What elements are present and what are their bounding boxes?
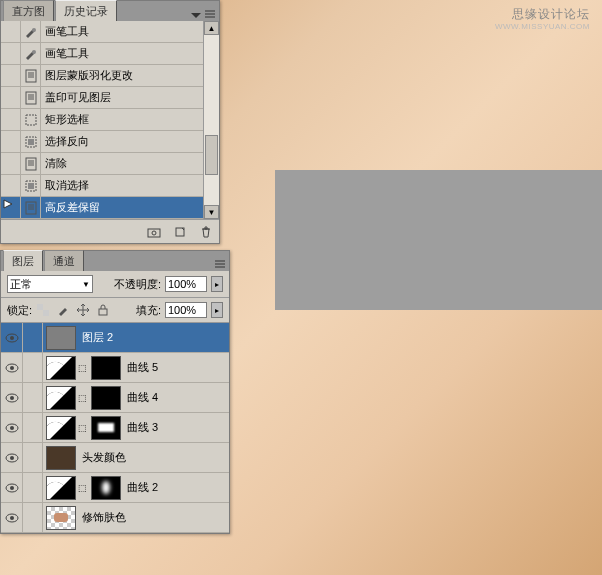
visibility-toggle[interactable] (1, 443, 23, 472)
history-source-col[interactable] (1, 65, 21, 86)
panel-menu-lines-icon[interactable] (203, 7, 217, 21)
layer-mask-thumb[interactable] (91, 356, 121, 380)
layer-mask-thumb[interactable] (91, 416, 121, 440)
visibility-toggle[interactable] (1, 353, 23, 382)
lock-all-icon[interactable] (96, 303, 110, 317)
fill-arrow-icon[interactable]: ▸ (211, 302, 223, 318)
lock-brush-icon[interactable] (56, 303, 70, 317)
history-icon-col (21, 131, 41, 152)
layer-row[interactable]: 修饰肤色 (1, 503, 229, 533)
link-col[interactable] (23, 473, 43, 502)
history-source-col[interactable] (1, 153, 21, 174)
layer-thumb[interactable] (46, 416, 76, 440)
eye-icon (5, 423, 19, 433)
history-icon-col (21, 197, 41, 218)
link-col[interactable] (23, 353, 43, 382)
visibility-toggle[interactable] (1, 503, 23, 532)
layer-row[interactable]: 图层 2 (1, 323, 229, 353)
lock-transparency-icon[interactable] (36, 303, 50, 317)
watermark: 思缘设计论坛 (512, 6, 590, 23)
layer-thumb[interactable] (46, 326, 76, 350)
history-item[interactable]: 图层蒙版羽化更改 (1, 65, 219, 87)
layer-row[interactable]: ⬚ 曲线 5 (1, 353, 229, 383)
lock-label: 锁定: (7, 303, 32, 318)
tab-channels[interactable]: 通道 (44, 250, 84, 271)
layer-mask-thumb[interactable] (91, 386, 121, 410)
opacity-input[interactable]: 100% (165, 276, 207, 292)
history-source-col[interactable] (1, 43, 21, 64)
svg-point-3 (32, 28, 36, 32)
history-item[interactable]: 盖印可见图层 (1, 87, 219, 109)
new-doc-icon[interactable] (171, 224, 189, 240)
link-icon[interactable]: ⬚ (78, 483, 86, 493)
visibility-toggle[interactable] (1, 383, 23, 412)
scroll-thumb[interactable] (205, 135, 218, 175)
link-col[interactable] (23, 443, 43, 472)
history-item[interactable]: 矩形选框 (1, 109, 219, 131)
link-col[interactable] (23, 383, 43, 412)
eye-icon (5, 393, 19, 403)
layer-thumb[interactable] (46, 476, 76, 500)
trash-icon[interactable] (197, 224, 215, 240)
history-item[interactable]: 选择反向 (1, 131, 219, 153)
svg-rect-9 (26, 92, 36, 104)
svg-rect-16 (26, 158, 36, 170)
layer-row[interactable]: 头发颜色 (1, 443, 229, 473)
history-source-col[interactable] (1, 87, 21, 108)
visibility-toggle[interactable] (1, 323, 23, 352)
link-icon[interactable]: ⬚ (78, 363, 86, 373)
layer-row[interactable]: ⬚ 曲线 3 (1, 413, 229, 443)
tab-layers[interactable]: 图层 (3, 250, 43, 271)
layer-row[interactable]: ⬚ 曲线 2 (1, 473, 229, 503)
history-icon-col (21, 175, 41, 196)
select-icon (22, 179, 40, 193)
fill-input[interactable]: 100% (165, 302, 207, 318)
layer-thumb[interactable] (46, 356, 76, 380)
history-icon-col (21, 65, 41, 86)
link-col[interactable] (23, 413, 43, 442)
create-snapshot-icon[interactable] (145, 224, 163, 240)
history-source-col[interactable] (1, 175, 21, 196)
history-item-label: 高反差保留 (41, 200, 219, 215)
svg-rect-13 (26, 115, 36, 125)
link-icon[interactable]: ⬚ (78, 423, 86, 433)
history-item[interactable]: 画笔工具 (1, 43, 219, 65)
tab-history[interactable]: 历史记录 (55, 0, 117, 21)
panel-menu-icon[interactable] (189, 7, 203, 21)
link-col[interactable] (23, 503, 43, 532)
lock-move-icon[interactable] (76, 303, 90, 317)
history-item[interactable]: 画笔工具 (1, 21, 219, 43)
blend-mode-select[interactable]: 正常 ▼ (7, 275, 93, 293)
history-source-col[interactable] (1, 197, 21, 218)
link-icon[interactable]: ⬚ (78, 393, 86, 403)
layer-thumb[interactable] (46, 506, 76, 530)
layer-thumb[interactable] (46, 446, 76, 470)
opacity-arrow-icon[interactable]: ▸ (211, 276, 223, 292)
visibility-toggle[interactable] (1, 473, 23, 502)
eye-icon (5, 333, 19, 343)
link-col[interactable] (23, 323, 43, 352)
layer-mask-thumb[interactable] (91, 476, 121, 500)
history-source-col[interactable] (1, 131, 21, 152)
doc-icon (22, 201, 40, 215)
svg-point-47 (10, 486, 14, 490)
history-source-col[interactable] (1, 109, 21, 130)
layers-menu-icon[interactable] (213, 257, 227, 271)
scroll-down-icon[interactable]: ▼ (204, 205, 219, 219)
layer-row[interactable]: ⬚ 曲线 4 (1, 383, 229, 413)
history-scrollbar[interactable]: ▲ ▼ (203, 21, 219, 219)
opacity-label: 不透明度: (114, 277, 161, 292)
history-source-col[interactable] (1, 21, 21, 42)
visibility-toggle[interactable] (1, 413, 23, 442)
svg-rect-35 (99, 309, 107, 315)
history-item[interactable]: 高反差保留 (1, 197, 219, 219)
history-item[interactable]: 清除 (1, 153, 219, 175)
doc-icon (22, 69, 40, 83)
history-item-label: 画笔工具 (41, 24, 219, 39)
history-item[interactable]: 取消选择 (1, 175, 219, 197)
scroll-up-icon[interactable]: ▲ (204, 21, 219, 35)
layer-thumb[interactable] (46, 386, 76, 410)
svg-rect-15 (28, 139, 34, 145)
tab-histogram[interactable]: 直方图 (3, 0, 54, 21)
layer-label: 曲线 3 (121, 420, 229, 435)
